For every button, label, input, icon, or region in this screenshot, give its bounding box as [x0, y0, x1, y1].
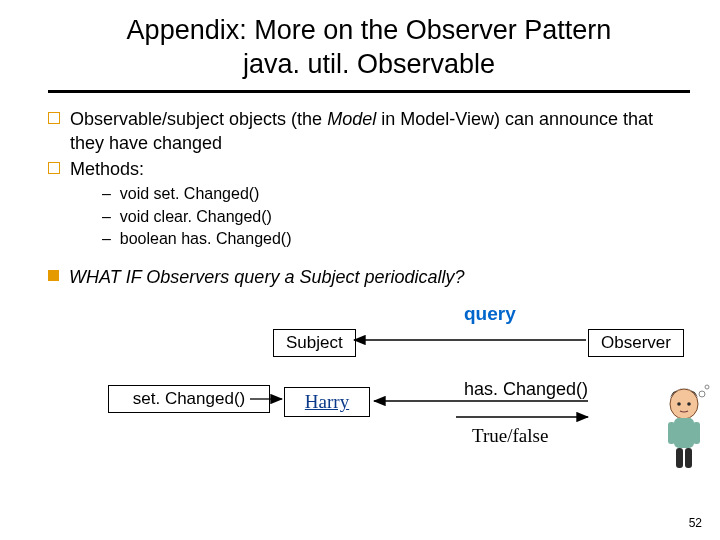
sub-3: – boolean has. Changed() — [102, 228, 690, 250]
title-line-1: Appendix: More on the Observer Pattern — [127, 15, 612, 45]
svg-rect-10 — [676, 448, 683, 468]
slide-title: Appendix: More on the Observer Pattern j… — [48, 14, 690, 82]
svg-rect-9 — [693, 422, 700, 444]
svg-point-13 — [705, 385, 709, 389]
svg-point-6 — [687, 402, 691, 406]
bullet-2-text: Methods: — [70, 157, 144, 181]
harry-box: Harry — [284, 387, 370, 417]
haschanged-label: has. Changed() — [464, 379, 588, 400]
bullet-marker-icon — [48, 112, 60, 124]
person-thinking-icon — [656, 382, 712, 472]
observer-box: Observer — [588, 329, 684, 357]
bullet-3-text: WHAT IF Observers query a Subject period… — [69, 265, 464, 289]
bullet-3: WHAT IF Observers query a Subject period… — [48, 265, 690, 289]
page-number: 52 — [689, 516, 702, 530]
sub-2-text: void clear. Changed() — [120, 208, 272, 225]
svg-point-5 — [677, 402, 681, 406]
bullet-1-pre: Observable/subject objects (the — [70, 109, 327, 129]
bullet-1: Observable/subject objects (the Model in… — [48, 107, 690, 156]
title-rule — [48, 90, 690, 93]
slide: Appendix: More on the Observer Pattern j… — [0, 0, 720, 540]
sub-2: – void clear. Changed() — [102, 206, 690, 228]
setchanged-box: set. Changed() — [108, 385, 270, 413]
truefalse-label: True/false — [472, 425, 548, 447]
svg-rect-8 — [668, 422, 675, 444]
query-label: query — [464, 303, 516, 325]
bullet-1-text: Observable/subject objects (the Model in… — [70, 107, 690, 156]
svg-point-12 — [699, 391, 705, 397]
bullet-1-emph: Model — [327, 109, 376, 129]
bullet-marker-icon — [48, 162, 60, 174]
bullet-2: Methods: — [48, 157, 690, 181]
bullet-marker-filled-icon — [48, 270, 59, 281]
subject-box: Subject — [273, 329, 356, 357]
sub-1: – void set. Changed() — [102, 183, 690, 205]
svg-point-4 — [670, 389, 698, 419]
sub-1-text: void set. Changed() — [120, 185, 260, 202]
svg-rect-11 — [685, 448, 692, 468]
sub-3-text: boolean has. Changed() — [120, 230, 292, 247]
svg-rect-7 — [674, 418, 694, 448]
title-line-2: java. util. Observable — [243, 49, 495, 79]
diagram: query Subject Observer set. Changed() Ha… — [48, 295, 688, 475]
